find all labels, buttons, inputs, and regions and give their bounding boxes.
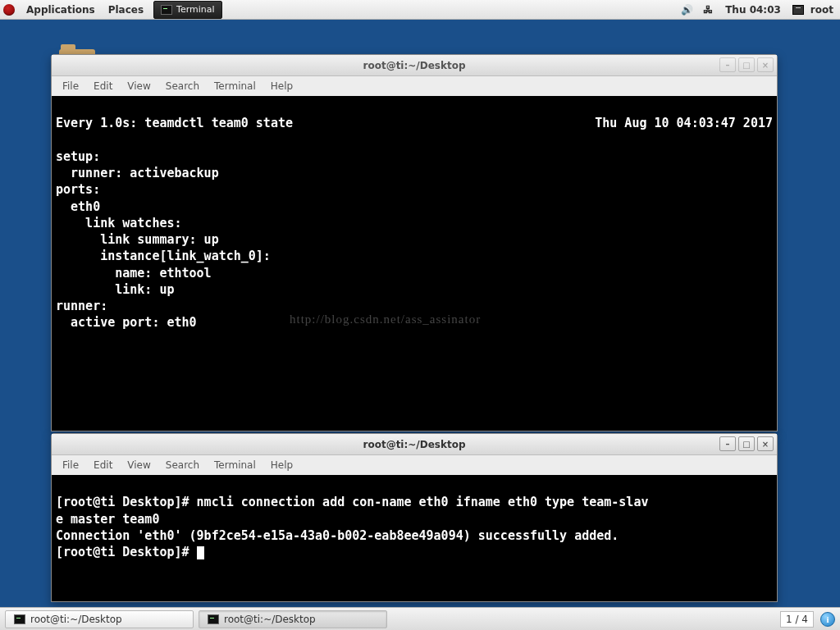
menubar: File Edit View Search Terminal Help: [52, 455, 777, 475]
window-title: root@ti:~/Desktop: [363, 439, 465, 450]
menu-view[interactable]: View: [120, 78, 158, 94]
menu-edit[interactable]: Edit: [86, 457, 120, 473]
terminal-output[interactable]: [root@ti Desktop]# nmcli connection add …: [52, 475, 777, 601]
bottom-panel: root@ti:~/Desktop root@ti:~/Desktop 1 / …: [0, 607, 840, 630]
minimize-button[interactable]: –: [719, 436, 736, 451]
distro-logo-icon: [3, 4, 15, 16]
term-line: runner:: [56, 299, 107, 313]
menu-help[interactable]: Help: [263, 457, 300, 473]
menu-terminal[interactable]: Terminal: [207, 78, 263, 94]
menu-file[interactable]: File: [55, 457, 86, 473]
term-line: ports:: [56, 182, 100, 197]
menu-terminal[interactable]: Terminal: [207, 457, 263, 473]
taskbar-label: root@ti:~/Desktop: [224, 614, 316, 625]
term-line: instance[link_watch_0]:: [56, 249, 271, 263]
running-app-label: Terminal: [176, 4, 215, 15]
clock[interactable]: Thu 04:03: [719, 4, 788, 16]
menubar: File Edit View Search Terminal Help: [52, 76, 777, 96]
maximize-button[interactable]: □: [738, 436, 755, 451]
term-line: Connection 'eth0' (9bf2ce54-e15a-43a0-b0…: [56, 528, 619, 543]
terminal-icon: [161, 5, 172, 15]
terminal-icon: [14, 614, 25, 624]
maximize-button[interactable]: □: [738, 57, 755, 72]
terminal-window-watch: root@ti:~/Desktop – □ × File Edit View S…: [51, 54, 778, 431]
workspace-indicator[interactable]: 1 / 4: [780, 611, 814, 628]
taskbar-entry-2[interactable]: root@ti:~/Desktop: [199, 610, 387, 628]
network-icon[interactable]: [701, 3, 714, 16]
info-icon[interactable]: i: [820, 612, 835, 627]
term-line: eth0: [56, 199, 100, 214]
watch-command: Every 1.0s: teamdctl team0 state: [56, 115, 293, 131]
menu-view[interactable]: View: [120, 457, 158, 473]
term-line: [root@ti Desktop]#: [56, 545, 197, 559]
terminal-output[interactable]: Every 1.0s: teamdctl team0 stateThu Aug …: [52, 96, 777, 431]
menu-help[interactable]: Help: [263, 78, 300, 94]
minimize-button[interactable]: –: [719, 57, 736, 72]
taskbar-label: root@ti:~/Desktop: [30, 614, 122, 625]
watch-timestamp: Thu Aug 10 04:03:47 2017: [595, 115, 773, 131]
term-line: name: ethtool: [56, 266, 212, 281]
term-line: [root@ti Desktop]# nmcli connection add …: [56, 495, 648, 509]
places-menu[interactable]: Places: [102, 0, 150, 20]
watermark: http://blog.csdn.net/ass_assinator: [290, 311, 481, 327]
term-line: active port: eth0: [56, 315, 197, 330]
close-button[interactable]: ×: [757, 436, 774, 451]
menu-search[interactable]: Search: [158, 457, 207, 473]
cursor: [197, 546, 204, 559]
running-app-terminal[interactable]: Terminal: [153, 1, 222, 19]
menu-file[interactable]: File: [55, 78, 86, 94]
term-line: runner: activebackup: [56, 166, 219, 180]
term-line: setup:: [56, 149, 100, 164]
menu-search[interactable]: Search: [158, 78, 207, 94]
menu-edit[interactable]: Edit: [86, 78, 120, 94]
term-line: link watches:: [56, 216, 182, 231]
user-menu[interactable]: root: [804, 0, 840, 20]
term-line: link summary: up: [56, 232, 219, 247]
volume-icon[interactable]: [680, 3, 693, 16]
taskbar-entry-1[interactable]: root@ti:~/Desktop: [5, 610, 194, 628]
titlebar[interactable]: root@ti:~/Desktop – □ ×: [52, 434, 777, 455]
applications-menu[interactable]: Applications: [20, 0, 102, 20]
terminal-window-nmcli: root@ti:~/Desktop – □ × File Edit View S…: [51, 433, 778, 602]
term-line: e master team0: [56, 512, 159, 527]
top-panel: Applications Places Terminal Thu 04:03 r…: [0, 0, 840, 20]
term-line: link: up: [56, 282, 175, 297]
titlebar[interactable]: root@ti:~/Desktop – □ ×: [52, 55, 777, 76]
user-menu-icon[interactable]: [792, 5, 804, 15]
window-title: root@ti:~/Desktop: [363, 60, 465, 71]
terminal-icon: [208, 614, 219, 624]
close-button[interactable]: ×: [757, 57, 774, 72]
